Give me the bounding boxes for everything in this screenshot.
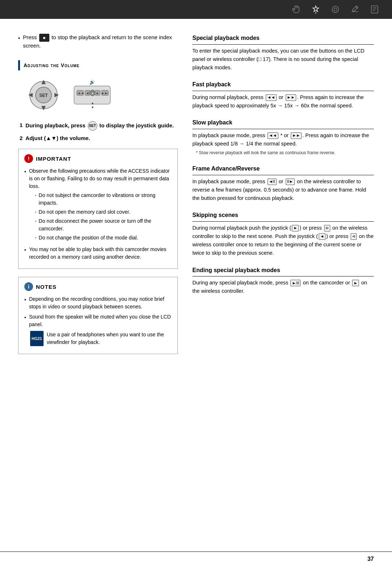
slow-playback-body: In playback pause mode, press ◄◄ * or ►►… xyxy=(192,131,374,148)
adjusting-volume-heading: Adjusting the Volume xyxy=(18,60,178,70)
press-stop-item: • Press ■ to stop the playback and retur… xyxy=(18,33,178,50)
diagram-area: SET 🔊 xyxy=(18,77,178,113)
slow-playback-footnote: * Slow reverse playback will look the sa… xyxy=(192,149,374,156)
step-1-num: 1 xyxy=(20,121,23,131)
skipping-scenes-section: Skipping scenes During normal playback p… xyxy=(192,210,374,257)
skip-next-icon: ⊳ xyxy=(324,225,330,231)
important-bullet-2: • You may not be able to play back with … xyxy=(24,246,172,261)
top-bar xyxy=(0,0,392,19)
top-icons xyxy=(290,3,381,16)
svg-text:SET: SET xyxy=(39,93,48,98)
frame-rev-icon: ◄II xyxy=(268,179,277,185)
important-bullet-1: • Observe the following precautions whil… xyxy=(24,167,172,243)
dash-3: - xyxy=(35,217,37,233)
special-playback-title: Special playback modes xyxy=(192,33,374,45)
right-column: Special playback modes To enter the spec… xyxy=(192,33,374,537)
fast-playback-section: Fast playback During normal playback, pr… xyxy=(192,80,374,110)
edit-icon xyxy=(348,3,362,16)
ending-special-body: During any special playback mode, press … xyxy=(192,279,374,295)
play-wc-icon: ► xyxy=(352,280,359,286)
notes-bullet-1: • Depending on the recording conditions,… xyxy=(24,295,172,311)
sub-item-3-text: Do not disconnect the power source or tu… xyxy=(39,217,172,233)
step-2-num: 2 xyxy=(20,134,23,143)
joystick-diagram: SET xyxy=(25,77,62,113)
blue-bar xyxy=(18,60,20,70)
dash-2: - xyxy=(35,208,37,216)
notes-bullet-2: • Sound from the speaker will be muted w… xyxy=(24,313,172,328)
svg-text:🔊: 🔊 xyxy=(89,79,95,85)
dash-1: - xyxy=(35,192,37,207)
press-stop-section: • Press ■ to stop the playback and retur… xyxy=(18,33,178,50)
special-playback-body: To enter the special playback modes, you… xyxy=(192,47,374,72)
notes-dot-2: • xyxy=(24,314,26,328)
frame-advance-title: Frame Advance/Reverse xyxy=(192,164,374,175)
slow-ff-icon: ►► xyxy=(291,132,302,139)
notes-bullet-1-text: Depending on the recording conditions, y… xyxy=(29,295,172,311)
svg-text:▼: ▼ xyxy=(91,106,94,109)
rewind-icon: ◄◄ xyxy=(266,94,277,101)
sub-item-2: - Do not open the memory card slot cover… xyxy=(35,208,172,216)
svg-text:►: ► xyxy=(96,91,99,95)
notes-icon: i xyxy=(24,282,33,291)
sub-item-2-text: Do not open the memory card slot cover. xyxy=(39,208,130,216)
step-1-text: During playback, press SET to display th… xyxy=(25,121,173,131)
frame-advance-body: In playback pause mode, press ◄II or II►… xyxy=(192,177,374,203)
hg21-badge: HG21 xyxy=(30,331,44,346)
skip-prev-icon: ⊲ xyxy=(351,233,357,240)
important-header: ! IMPORTANT xyxy=(24,154,172,163)
notes-bullet-2-text: Sound from the speaker will be muted whe… xyxy=(29,314,171,327)
frame-fwd-icon: II► xyxy=(286,179,295,185)
main-content: • Press ■ to stop the playback and retur… xyxy=(0,19,392,551)
slow-rw-icon: ◄◄ xyxy=(268,132,278,139)
ffwd-icon: ►► xyxy=(286,94,297,101)
sub-item-3: - Do not disconnect the power source or … xyxy=(35,217,172,233)
dash-4: - xyxy=(35,234,37,242)
hg21-badge-text: Use a pair of headphones when you want t… xyxy=(47,331,172,346)
play-pause-icon: ►/II xyxy=(290,280,301,286)
notes-header: i NOTES xyxy=(24,282,172,291)
fast-playback-body: During normal playback, press ◄◄ or ►►. … xyxy=(192,93,374,110)
notes-bullet-3: HG21 Use a pair of headphones when you w… xyxy=(24,331,172,346)
step-2-text: Adjust (▲▼) the volume. xyxy=(25,134,90,143)
set-button-icon: SET xyxy=(88,121,97,131)
important-bullet-1-content: Observe the following precautions while … xyxy=(29,167,172,243)
notes-title: NOTES xyxy=(36,284,57,290)
skipping-scenes-title: Skipping scenes xyxy=(192,210,374,222)
controller-diagram: 🔊 |◄◄ ◄ ● ► xyxy=(70,79,114,111)
fast-playback-title: Fast playback xyxy=(192,80,374,91)
bottom-bar: 37 xyxy=(0,551,392,566)
step-2: 2 Adjust (▲▼) the volume. xyxy=(20,134,178,143)
step-1: 1 During playback, press SET to display … xyxy=(20,121,178,131)
notes-dot-1: • xyxy=(24,296,26,311)
book-icon xyxy=(368,3,381,16)
hand-icon xyxy=(290,3,303,16)
important-bullet-1-text: Observe the following precautions while … xyxy=(29,168,170,189)
pin-icon xyxy=(309,3,322,16)
special-playback-section: Special playback modes To enter the spec… xyxy=(192,33,374,72)
skipping-scenes-body: During normal playback push the joystick… xyxy=(192,224,374,258)
joy-left-icon: ◄ xyxy=(319,233,326,240)
svg-rect-5 xyxy=(371,6,378,13)
ending-special-title: Ending special playback modes xyxy=(192,266,374,277)
bullet-dot: • xyxy=(18,34,20,50)
ending-special-section: Ending special playback modes During any… xyxy=(192,266,374,296)
sub-item-1-text: Do not subject the camcorder to vibratio… xyxy=(39,192,172,207)
svg-text:|◄◄: |◄◄ xyxy=(77,91,84,95)
svg-point-1 xyxy=(332,6,339,13)
important-icon: ! xyxy=(24,154,33,163)
stop-button-icon: ■ xyxy=(39,34,49,42)
sub-item-1: - Do not subject the camcorder to vibrat… xyxy=(35,192,172,207)
important-box: ! IMPORTANT • Observe the following prec… xyxy=(18,149,178,269)
page-number: 37 xyxy=(367,556,374,562)
sub-dash-list: - Do not subject the camcorder to vibrat… xyxy=(29,192,172,242)
svg-point-2 xyxy=(334,8,337,11)
svg-text:●: ● xyxy=(92,92,94,95)
important-title: IMPORTANT xyxy=(36,156,71,162)
svg-text:►►|: ►►| xyxy=(101,91,109,95)
slow-playback-title: Slow playback xyxy=(192,118,374,129)
adjusting-volume-title: Adjusting the Volume xyxy=(24,62,79,68)
sub-item-4: - Do not change the position of the mode… xyxy=(35,234,172,242)
important-bullet-2-text: You may not be able to play back with th… xyxy=(29,246,172,261)
slow-playback-section: Slow playback In playback pause mode, pr… xyxy=(192,118,374,156)
notes-bullet-2-content: Sound from the speaker will be muted whe… xyxy=(29,313,172,328)
